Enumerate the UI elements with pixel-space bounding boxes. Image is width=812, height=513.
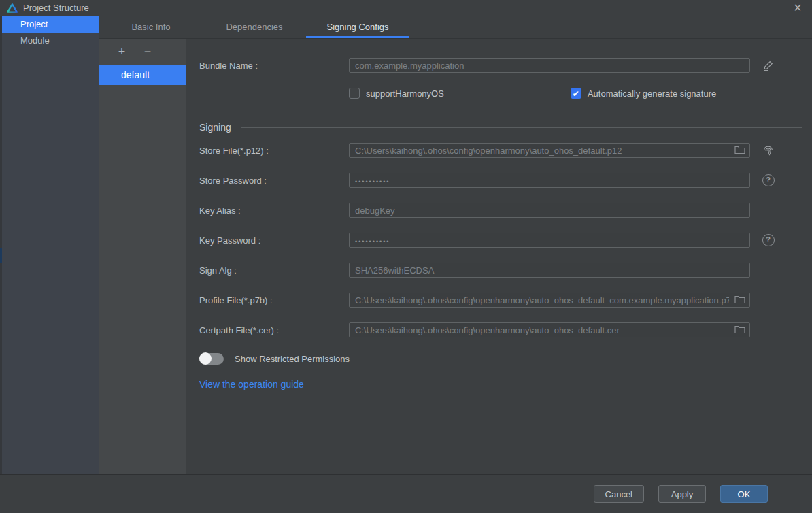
title-bar: Project Structure ✕: [0, 0, 812, 16]
help-icon[interactable]: ?: [762, 174, 775, 187]
add-config-icon[interactable]: +: [116, 46, 128, 58]
folder-browse-icon[interactable]: [734, 325, 745, 335]
signing-section-title: Signing: [199, 122, 231, 133]
store-password-input[interactable]: [349, 173, 750, 188]
bundle-name-input[interactable]: [349, 58, 750, 73]
auto-signature-label: Automatically generate signature: [588, 88, 716, 99]
key-alias-input[interactable]: [349, 203, 750, 218]
tab-basic-info[interactable]: Basic Info: [99, 16, 203, 38]
category-sidebar: Project Module: [0, 16, 99, 474]
sign-alg-input[interactable]: [349, 263, 750, 278]
show-restricted-toggle[interactable]: [199, 353, 224, 365]
project-structure-dialog: Project Structure ✕ Project Module Basic…: [0, 0, 812, 513]
certpath-file-input[interactable]: [349, 322, 750, 337]
tab-signing-configs[interactable]: Signing Configs: [306, 16, 409, 38]
tab-bar: Basic Info Dependencies Signing Configs: [99, 16, 812, 39]
key-alias-label: Key Alias :: [199, 205, 349, 216]
store-password-row: Store Password : ?: [199, 173, 812, 188]
folder-browse-icon[interactable]: [734, 295, 745, 305]
help-icon[interactable]: ?: [762, 234, 775, 247]
sign-alg-label: Sign Alg :: [199, 265, 349, 276]
store-file-row: Store File(*.p12) :: [199, 143, 812, 158]
edit-pencil-icon[interactable]: [762, 59, 775, 72]
profile-file-row: Profile File(*.p7b) :: [199, 293, 812, 308]
signing-config-list-panel: + − default: [99, 39, 186, 474]
restricted-permissions-label: Show Restricted Permissions: [235, 354, 350, 364]
section-divider: [241, 127, 802, 128]
store-file-label: Store File(*.p12) :: [199, 146, 349, 156]
key-alias-row: Key Alias :: [199, 203, 812, 218]
cancel-button[interactable]: Cancel: [594, 485, 644, 503]
tab-dependencies[interactable]: Dependencies: [203, 16, 306, 38]
support-harmonyos-label: supportHarmonyOS: [366, 88, 444, 99]
store-file-input[interactable]: [349, 143, 750, 158]
key-password-input[interactable]: [349, 233, 750, 248]
profile-file-label: Profile File(*.p7b) :: [199, 295, 349, 305]
checkbox-row: supportHarmonyOS ✔ Automatically generat…: [199, 88, 812, 99]
sidebar-item-project[interactable]: Project: [0, 16, 99, 33]
bundle-name-label: Bundle Name :: [199, 61, 349, 71]
key-password-label: Key Password :: [199, 235, 349, 246]
key-password-row: Key Password : ?: [199, 233, 812, 248]
support-harmonyos-checkbox[interactable]: supportHarmonyOS: [349, 88, 444, 99]
profile-file-input[interactable]: [349, 293, 750, 308]
checkbox-unchecked-icon[interactable]: [349, 88, 360, 99]
bundle-name-row: Bundle Name :: [199, 58, 812, 73]
config-list-toolbar: + −: [99, 39, 186, 65]
folder-browse-icon[interactable]: [734, 145, 745, 155]
ok-button[interactable]: OK: [720, 485, 768, 503]
signing-configs-form: Bundle Name : supportHarmonyOS ✔ Automat…: [186, 39, 812, 474]
sign-alg-row: Sign Alg :: [199, 263, 812, 278]
signing-section-header: Signing: [199, 122, 812, 133]
fingerprint-icon[interactable]: [762, 144, 775, 157]
store-password-label: Store Password :: [199, 176, 349, 186]
restricted-permissions-row: Show Restricted Permissions: [199, 352, 812, 365]
dialog-title: Project Structure: [23, 3, 89, 13]
deveco-logo-icon: [7, 3, 18, 13]
left-edge-marker: [0, 248, 2, 263]
certpath-file-label: Certpath File(*.cer) :: [199, 325, 349, 335]
left-edge-strip: [0, 16, 2, 513]
certpath-file-row: Certpath File(*.cer) :: [199, 322, 812, 337]
config-item-default[interactable]: default: [99, 65, 186, 85]
close-icon[interactable]: ✕: [790, 1, 805, 16]
operation-guide-link[interactable]: View the operation guide: [199, 379, 304, 390]
dialog-footer: Cancel Apply OK: [0, 474, 812, 513]
checkbox-checked-icon[interactable]: ✔: [571, 88, 581, 99]
toggle-knob: [199, 352, 212, 365]
apply-button[interactable]: Apply: [658, 485, 706, 503]
auto-signature-checkbox[interactable]: ✔ Automatically generate signature: [571, 88, 716, 99]
sidebar-item-module[interactable]: Module: [0, 33, 99, 49]
remove-config-icon[interactable]: −: [141, 46, 154, 58]
